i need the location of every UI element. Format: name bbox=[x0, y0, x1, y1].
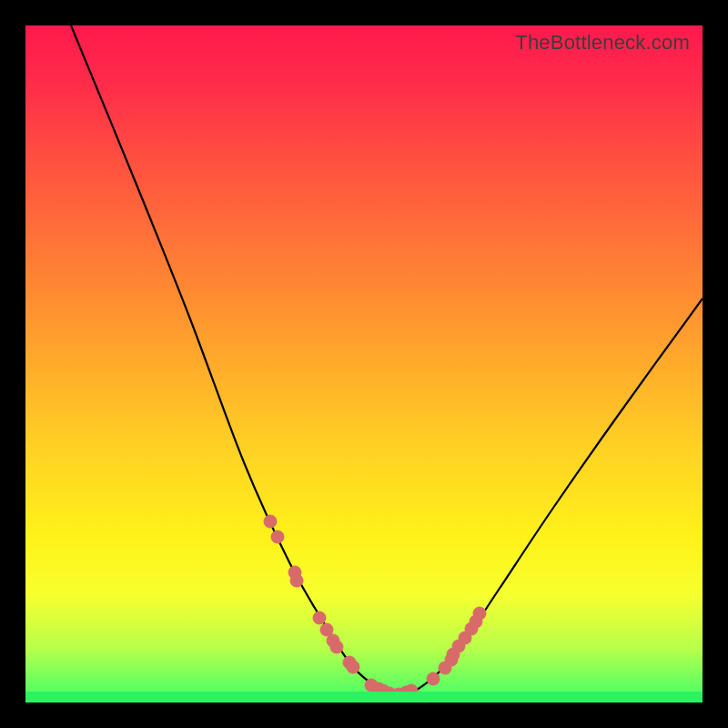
data-marker bbox=[427, 672, 440, 685]
data-marker bbox=[347, 661, 359, 673]
data-marker bbox=[473, 607, 486, 620]
plot-area: TheBottleneck.com bbox=[25, 25, 703, 703]
bottleneck-curve bbox=[71, 25, 703, 697]
chart-svg bbox=[25, 25, 703, 703]
markers-right bbox=[427, 607, 486, 685]
data-marker bbox=[271, 531, 284, 543]
data-marker bbox=[290, 574, 303, 587]
markers-left bbox=[264, 515, 359, 673]
chart-frame: TheBottleneck.com bbox=[0, 0, 728, 728]
data-marker bbox=[330, 641, 343, 653]
data-marker bbox=[264, 515, 277, 528]
green-band bbox=[25, 692, 703, 703]
data-marker bbox=[313, 612, 326, 624]
